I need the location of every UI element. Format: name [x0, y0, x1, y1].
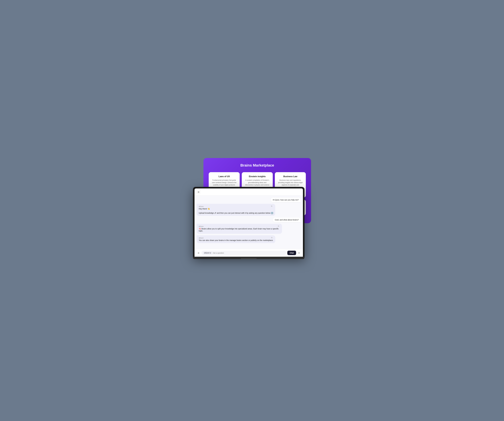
chat-ui: ▤ Hi Quivr, how can you help me? @Quivr … — [194, 188, 303, 257]
bot-label-2: @Quivr — [199, 226, 280, 227]
mention-dot: ● — [210, 252, 211, 254]
sidebar-toggle-icon: ▤ — [198, 191, 199, 193]
bot-text-1: Hey there! 👋Upload knowledge 🖇 and then … — [199, 208, 273, 214]
user-message-2: Cool, and what about brains? — [273, 217, 301, 222]
copy-icon-2[interactable]: ⧉ — [278, 225, 281, 228]
marketplace-title: Brains Marketplace — [209, 163, 306, 168]
laptop-wrapper: ▤ Hi Quivr, how can you help me? @Quivr … — [193, 187, 305, 259]
input-wrapper: @Quivr ● — [201, 251, 286, 255]
settings-icon[interactable]: ⚙ — [297, 251, 301, 255]
card-einstein-insights-desc: A curated compilation of Einstein's grou… — [244, 179, 270, 186]
chat-input-area: ⊘ @Quivr ● Chat ⚙ — [194, 249, 303, 257]
copy-icon-3[interactable]: ⧉ — [271, 237, 274, 240]
mention-tag[interactable]: @Quivr ● — [203, 252, 212, 254]
laptop-screen: ▤ Hi Quivr, how can you help me? @Quivr … — [194, 188, 303, 257]
copy-icon-1[interactable]: ⧉ — [271, 205, 274, 208]
sidebar-toggle-button[interactable]: ▤ — [197, 190, 200, 194]
card-laws-of-ux-desc: Fundamental principles that guide user-c… — [211, 179, 237, 186]
bot-message-1: @Quivr ⧉ Hey there! 👋Upload knowledge 🖇 … — [197, 204, 275, 216]
chat-messages: Hi Quivr, how can you help me? @Quivr ⧉ … — [194, 195, 303, 249]
laptop-base — [193, 257, 305, 259]
bot-label-3: @Quivr — [199, 237, 273, 239]
card-laws-of-ux-title: Laws of UX — [219, 175, 230, 178]
mention-label: @Quivr — [204, 252, 210, 254]
card-einstein-insights-title: Einstein insights — [249, 175, 266, 178]
bot-message-2: @Quivr ⧉ 🧠 Brains allow you to split you… — [197, 224, 282, 234]
chat-text-input[interactable] — [213, 252, 284, 254]
bot-label-1: @Quivr — [199, 206, 273, 207]
chat-button[interactable]: Chat — [287, 251, 296, 255]
user-message-1: Hi Quivr, how can you help me? — [271, 198, 301, 202]
chat-header: ▤ — [194, 188, 303, 195]
bot-text-3: You can also share your brains in the ma… — [199, 239, 273, 241]
bot-text-2: 🧠 Brains allow you to split your knowled… — [199, 228, 280, 232]
laptop-frame: ▤ Hi Quivr, how can you help me? @Quivr … — [193, 187, 305, 257]
attach-icon[interactable]: ⊘ — [197, 251, 200, 255]
bot-message-3: @Quivr ⧉ You can also share your brains … — [197, 235, 275, 243]
card-business-law-title: Business Law — [283, 175, 297, 178]
